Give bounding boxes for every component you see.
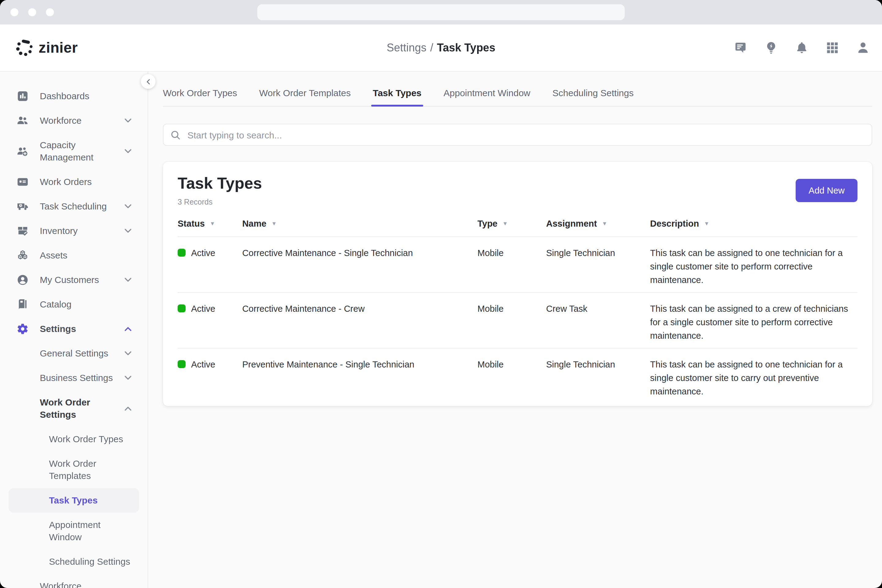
column-header-description[interactable]: Description▼ [650, 213, 858, 237]
breadcrumb-current: Task Types [437, 41, 495, 54]
sidebar-item-label: Catalog [40, 298, 71, 310]
task-type-name: Corrective Maintenance - Single Technici… [242, 237, 477, 292]
chevron-down-icon [124, 149, 132, 154]
sidebar-item-appointment-window[interactable]: Appointment Window [9, 513, 139, 549]
sidebar-item-capacity-management[interactable]: Capacity Management [9, 133, 139, 170]
sidebar-item-label: Task Scheduling [40, 200, 106, 213]
sidebar-item-workforce-settings[interactable]: Workforce Settings [9, 574, 139, 588]
sidebar-item-work-order-types[interactable]: Work Order Types [9, 427, 139, 452]
sidebar-item-work-order-templates[interactable]: Work Order Templates [9, 452, 139, 488]
sidebar-item-task-scheduling[interactable]: Task Scheduling [9, 194, 139, 219]
table-row[interactable]: Active Corrective Maintenance - Single T… [178, 237, 858, 292]
sidebar-item-label: Appointment Window [49, 519, 118, 543]
comment-icon[interactable] [734, 41, 747, 54]
sort-icon[interactable]: ▼ [502, 220, 508, 226]
sidebar-item-work-order-settings[interactable]: Work Order Settings [9, 390, 139, 427]
chevron-down-icon [124, 204, 132, 209]
sidebar-item-scheduling-settings[interactable]: Scheduling Settings [9, 549, 139, 574]
sidebar-item-label: Dashboards [40, 90, 89, 102]
breadcrumb-parent[interactable]: Settings [387, 41, 427, 54]
task-type-assignment: Single Technician [546, 348, 650, 404]
sidebar-item-label: Inventory [40, 225, 78, 237]
task-type-description: This task can be assigned to one technic… [650, 348, 858, 404]
search-input[interactable] [186, 129, 865, 141]
sidebar-nav: Dashboards Workforce Capacity Management [0, 72, 148, 588]
sidebar-item-workforce[interactable]: Workforce [9, 108, 139, 133]
sidebar-item-label: Scheduling Settings [49, 555, 130, 568]
record-count: 3 Records [178, 198, 262, 206]
address-bar[interactable] [257, 4, 625, 20]
sidebar-item-dashboards[interactable]: Dashboards [9, 84, 139, 108]
chevron-down-icon [124, 278, 132, 282]
task-type-description: This task can be assigned to one technic… [650, 237, 858, 292]
column-header-assignment[interactable]: Assignment▼ [546, 213, 650, 237]
status-active-indicator [178, 360, 186, 368]
sidebar-collapse-button[interactable] [141, 74, 156, 89]
table-row[interactable]: Active Preventive Maintenance - Single T… [178, 348, 858, 404]
window-controls [10, 8, 54, 16]
tab-task-types[interactable]: Task Types [373, 88, 422, 106]
my-customers-icon [16, 274, 29, 286]
tab-bar: Work Order Types Work Order Templates Ta… [163, 72, 872, 106]
chevron-up-icon [124, 327, 132, 332]
lightbulb-icon[interactable] [764, 41, 778, 54]
tab-scheduling-settings[interactable]: Scheduling Settings [552, 88, 634, 106]
sidebar-item-general-settings[interactable]: General Settings [9, 341, 139, 366]
column-header-type[interactable]: Type▼ [477, 213, 546, 237]
sidebar-item-settings[interactable]: Settings [9, 316, 139, 341]
status-label: Active [191, 302, 215, 315]
sort-icon[interactable]: ▼ [704, 220, 709, 226]
task-type-name: Corrective Maintenance - Crew [242, 292, 477, 348]
chevron-up-icon [124, 406, 132, 411]
apps-grid-icon[interactable] [826, 41, 839, 54]
task-type-type: Mobile [477, 292, 546, 348]
sidebar-item-catalog[interactable]: Catalog [9, 292, 139, 316]
panel-header: Task Types 3 Records Add New [178, 162, 858, 213]
chevron-down-icon [124, 228, 132, 233]
zoom-window-button[interactable] [46, 8, 54, 16]
task-type-assignment: Crew Task [546, 292, 650, 348]
chevron-down-icon [124, 351, 132, 356]
sidebar-item-business-settings[interactable]: Business Settings [9, 366, 139, 390]
sidebar-item-label: Task Types [49, 494, 98, 507]
sort-icon[interactable]: ▼ [602, 220, 607, 226]
zinier-logo[interactable]: zinier [15, 39, 78, 57]
close-window-button[interactable] [10, 8, 18, 16]
content-area: Work Order Types Work Order Templates Ta… [148, 72, 882, 588]
sidebar-item-label: Work Order Types [49, 433, 123, 445]
zinier-logo-icon [15, 39, 34, 57]
brand-name: zinier [39, 39, 78, 56]
table-header-row: Status▼ Name▼ Type▼ Assignment▼ Descript… [178, 213, 858, 237]
browser-window: zinier Settings/Task Types [0, 0, 882, 588]
work-orders-icon [16, 176, 29, 188]
sidebar-item-label: Settings [40, 323, 76, 335]
sidebar-item-label: Workforce [40, 114, 81, 127]
tab-work-order-types[interactable]: Work Order Types [163, 88, 237, 106]
notifications-icon[interactable] [795, 41, 808, 54]
sidebar-item-task-types[interactable]: Task Types [9, 488, 139, 513]
workforce-icon [16, 114, 29, 127]
sidebar-item-label: Work Orders [40, 176, 92, 188]
sidebar-item-assets[interactable]: Assets [9, 243, 139, 268]
breadcrumb-separator: / [430, 41, 434, 54]
sidebar-item-inventory[interactable]: Inventory [9, 219, 139, 243]
profile-icon[interactable] [856, 41, 870, 54]
search-icon [170, 129, 181, 140]
sidebar-item-work-orders[interactable]: Work Orders [9, 170, 139, 194]
browser-chrome [0, 0, 882, 24]
sidebar-item-label: Work Order Settings [40, 396, 108, 421]
tab-work-order-templates[interactable]: Work Order Templates [259, 88, 351, 106]
column-header-status[interactable]: Status▼ [178, 213, 242, 237]
table-row[interactable]: Active Corrective Maintenance - Crew Mob… [178, 292, 858, 348]
sort-icon[interactable]: ▼ [272, 220, 277, 226]
app-header: zinier Settings/Task Types [0, 24, 882, 72]
page-title: Task Types [178, 174, 262, 193]
sort-icon[interactable]: ▼ [210, 220, 215, 226]
minimize-window-button[interactable] [28, 8, 36, 16]
column-header-name[interactable]: Name▼ [242, 213, 477, 237]
add-new-button[interactable]: Add New [796, 178, 858, 202]
task-type-type: Mobile [477, 237, 546, 292]
status-active-indicator [178, 304, 186, 312]
tab-appointment-window[interactable]: Appointment Window [444, 88, 530, 106]
sidebar-item-my-customers[interactable]: My Customers [9, 268, 139, 292]
